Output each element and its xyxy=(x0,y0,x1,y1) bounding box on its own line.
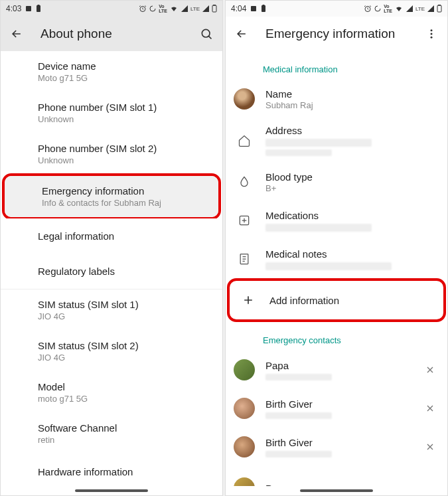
svg-point-6 xyxy=(202,29,210,37)
home-icon xyxy=(236,133,252,149)
battery-small-icon xyxy=(36,5,41,13)
svg-rect-2 xyxy=(38,5,40,5)
back-button[interactable] xyxy=(9,26,25,42)
list-item-device-name[interactable]: Device name Moto g71 5G xyxy=(1,51,222,92)
search-button[interactable] xyxy=(198,26,214,42)
settings-list[interactable]: Device name Moto g71 5G Phone number (SI… xyxy=(1,51,222,486)
notes-icon xyxy=(236,251,252,267)
list-item-sim-status-1[interactable]: SIM status (SIM slot 1) JIO 4G xyxy=(1,289,222,331)
alarm-icon xyxy=(364,5,372,13)
list-item-software-channel[interactable]: Software Channel retin xyxy=(1,413,222,454)
status-time: 4:04 xyxy=(231,4,246,13)
remove-contact-button[interactable] xyxy=(423,440,437,454)
blood-value: B+ xyxy=(265,183,437,193)
nav-pill[interactable] xyxy=(75,489,148,492)
svg-rect-12 xyxy=(439,5,441,5)
page-title: Emergency information xyxy=(265,27,408,41)
sync-icon xyxy=(374,5,382,13)
row-add-information[interactable]: Add information xyxy=(230,281,443,319)
notes-label: Medical notes xyxy=(265,248,437,260)
app-header: Emergency information xyxy=(226,17,447,51)
list-item-emergency-info[interactable]: Emergency information Info & contacts fo… xyxy=(5,176,218,217)
svg-rect-5 xyxy=(214,5,216,5)
svg-rect-1 xyxy=(37,5,40,12)
row-address[interactable]: Address xyxy=(226,118,447,163)
blood-label: Blood type xyxy=(265,171,437,183)
row-medications[interactable]: Medications xyxy=(226,201,447,240)
volte-icon: VoLTE xyxy=(159,4,167,13)
nav-pill[interactable] xyxy=(300,489,373,492)
app-header: About phone xyxy=(1,17,222,51)
nav-bar xyxy=(1,486,222,495)
screenshot-emergency-info: 4:04 VoLTE LTE xyxy=(225,0,448,496)
back-button[interactable] xyxy=(234,26,250,42)
address-label: Address xyxy=(265,125,437,136)
contact-row[interactable]: Birth Giver xyxy=(226,389,447,428)
highlight-add-info: Add information xyxy=(227,278,446,322)
contact-name: Papa xyxy=(265,360,410,371)
svg-point-15 xyxy=(431,37,433,39)
section-medical: Medical information xyxy=(226,51,447,80)
contact-avatar xyxy=(234,436,255,457)
volte-icon: VoLTE xyxy=(384,4,392,13)
remove-contact-button[interactable] xyxy=(423,402,437,415)
svg-point-14 xyxy=(431,33,433,35)
svg-rect-9 xyxy=(263,5,265,5)
row-notes[interactable]: Medical notes xyxy=(226,240,447,278)
notification-icon xyxy=(250,5,258,13)
svg-point-13 xyxy=(431,29,433,31)
signal-icon xyxy=(406,5,413,13)
blood-icon xyxy=(236,174,252,190)
svg-rect-11 xyxy=(437,5,441,12)
contact-avatar xyxy=(234,477,255,486)
battery-icon xyxy=(437,5,442,13)
add-info-label: Add information xyxy=(269,295,433,306)
list-item-phone-sim2[interactable]: Phone number (SIM slot 2) Unknown xyxy=(1,133,222,175)
address-value-redacted-2 xyxy=(265,149,332,156)
address-value-redacted xyxy=(265,139,372,147)
remove-contact-button[interactable] xyxy=(423,363,437,376)
status-bar: 4:03 VoLTE LTE xyxy=(1,1,222,17)
svg-rect-8 xyxy=(261,5,265,12)
status-bar: 4:04 VoLTE LTE xyxy=(226,1,447,17)
contact-row[interactable]: Papa xyxy=(226,351,447,389)
svg-rect-7 xyxy=(251,6,256,11)
signal-icon xyxy=(181,5,188,13)
more-button[interactable] xyxy=(423,26,439,42)
battery-small-icon xyxy=(261,5,266,13)
contact-row[interactable]: Birth Giver xyxy=(226,428,447,466)
svg-rect-4 xyxy=(212,5,216,12)
section-contacts: Emergency contacts xyxy=(226,322,447,351)
battery-icon xyxy=(212,5,217,13)
nav-bar xyxy=(226,486,447,495)
list-item-model[interactable]: Model moto g71 5G xyxy=(1,372,222,413)
medications-value-redacted xyxy=(265,224,372,232)
contact-row[interactable]: Papa xyxy=(226,466,447,486)
list-item-hardware[interactable]: Hardware information xyxy=(1,454,222,486)
contact-phone-redacted xyxy=(265,451,332,457)
wifi-icon xyxy=(394,5,404,13)
list-item-regulatory[interactable]: Regulatory labels xyxy=(1,254,222,289)
status-time: 4:03 xyxy=(6,4,21,13)
lte-label: LTE xyxy=(190,6,200,12)
list-item-phone-sim1[interactable]: Phone number (SIM slot 1) Unknown xyxy=(1,92,222,133)
contact-avatar xyxy=(234,359,255,380)
notification-icon xyxy=(25,5,33,13)
user-avatar xyxy=(234,88,255,110)
row-name[interactable]: Name Subham Raj xyxy=(226,80,447,118)
screenshot-about-phone: 4:03 VoLTE LTE xyxy=(0,0,223,496)
contact-name: Birth Giver xyxy=(265,398,410,410)
plus-icon xyxy=(240,292,256,308)
row-blood[interactable]: Blood type B+ xyxy=(226,163,447,201)
name-label: Name xyxy=(265,88,437,100)
medication-icon xyxy=(236,212,252,228)
page-title: About phone xyxy=(40,27,183,41)
highlight-emergency-info: Emergency information Info & contacts fo… xyxy=(2,173,221,220)
contact-phone-redacted xyxy=(265,412,332,419)
list-item-legal[interactable]: Legal information xyxy=(1,218,222,254)
contact-name: Birth Giver xyxy=(265,437,410,448)
emergency-list[interactable]: Medical information Name Subham Raj Addr… xyxy=(226,51,447,486)
list-item-sim-status-2[interactable]: SIM status (SIM slot 2) JIO 4G xyxy=(1,331,222,372)
medications-label: Medications xyxy=(265,210,437,221)
signal-icon-2 xyxy=(202,5,210,13)
